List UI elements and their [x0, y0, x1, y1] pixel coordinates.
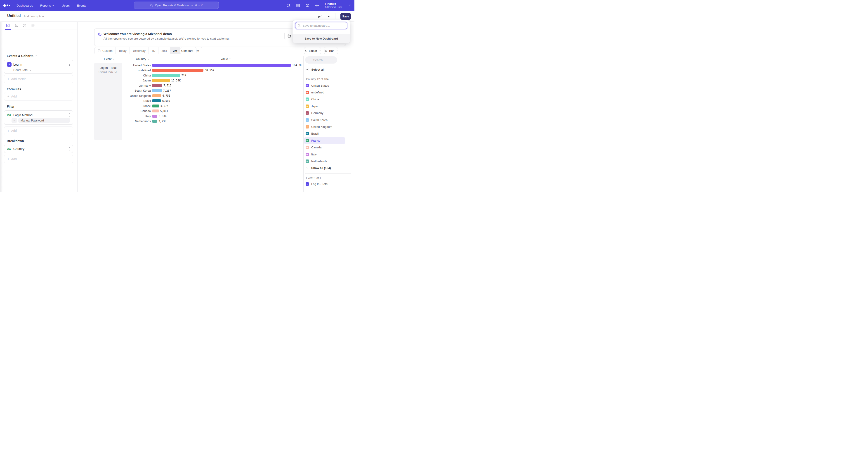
help-icon[interactable]: [305, 3, 310, 8]
nav-dashboards[interactable]: Dashboards: [17, 4, 33, 7]
tab-retention[interactable]: [31, 24, 35, 28]
bar[interactable]: [152, 105, 159, 108]
metric-event-name[interactable]: Log In: [13, 63, 22, 66]
chevron-down-icon: [306, 167, 309, 169]
legend-event-item[interactable]: Log In - Total: [306, 182, 328, 186]
bar[interactable]: [152, 115, 157, 118]
save-button[interactable]: Save: [340, 13, 351, 20]
copy-link-button[interactable]: [318, 14, 322, 18]
add-formula-button[interactable]: +Add: [4, 92, 73, 101]
check-icon: [306, 112, 309, 114]
legend-country-item[interactable]: Japan: [304, 103, 345, 110]
legend-country-item[interactable]: United Kingdom: [304, 123, 345, 130]
save-dashboard-search-input[interactable]: [295, 22, 347, 29]
range-custom[interactable]: Custom: [94, 47, 116, 54]
retention-dots-icon: [31, 24, 35, 28]
more-actions-button[interactable]: [327, 16, 331, 17]
add-description[interactable]: + Add description...: [21, 14, 46, 18]
filter-property-name[interactable]: Login Method: [13, 113, 33, 117]
filter-card-login-method[interactable]: Aa Login Method = Manual Password: [4, 110, 73, 125]
plus-icon: +: [7, 77, 9, 81]
range-7d[interactable]: 7D: [149, 47, 159, 54]
nav-users[interactable]: Users: [62, 4, 70, 7]
bar-category-label: undefined: [94, 68, 151, 72]
chart-type-button[interactable]: Bar: [324, 47, 338, 54]
chart-row: United Kingdom6,755: [94, 93, 303, 98]
legend-country-item[interactable]: Germany: [304, 110, 345, 117]
bar-value-label: 3,738: [158, 120, 166, 123]
bar[interactable]: [152, 74, 180, 77]
bar[interactable]: [152, 99, 161, 102]
breakdown-property-name[interactable]: Country: [13, 147, 24, 151]
add-filter-button[interactable]: +Add: [4, 126, 73, 135]
legend-country-item[interactable]: Canada: [304, 144, 345, 151]
legend-country-label: China: [311, 97, 319, 101]
scale-selector-button[interactable]: Linear: [304, 47, 321, 54]
chevron-down-icon: [348, 4, 351, 6]
breakdown-more-button[interactable]: [69, 147, 70, 150]
project-switcher[interactable]: Finance All Project Data: [325, 2, 342, 9]
filter-more-button[interactable]: [69, 113, 70, 117]
column-header-event[interactable]: Event: [104, 57, 115, 61]
breakdown-card-country[interactable]: Aa Country: [4, 145, 73, 153]
column-header-country[interactable]: Country: [136, 57, 150, 61]
report-title[interactable]: Untitled: [7, 14, 21, 18]
global-search-button[interactable]: Open Reports & Dashboards ⌘ + K: [134, 2, 219, 9]
add-metric-button[interactable]: +Add Metric: [4, 75, 73, 83]
bar-value-label: 6,589: [162, 99, 170, 102]
add-label: Add: [11, 94, 17, 98]
metric-aggregation[interactable]: Count Total: [13, 68, 32, 72]
select-all-checkbox[interactable]: Select all: [306, 68, 324, 71]
legend-country-item[interactable]: France: [304, 137, 345, 144]
range-yesterday[interactable]: Yesterday: [130, 47, 149, 54]
tab-flows[interactable]: [23, 24, 27, 28]
legend-country-item[interactable]: Italy: [304, 151, 345, 158]
chevron-down-icon: [229, 58, 231, 60]
chevron-down-icon: [336, 50, 338, 52]
range-3m-selected[interactable]: 3M: [170, 47, 180, 54]
bar[interactable]: [152, 110, 159, 112]
metric-card-login[interactable]: A Log In Count Total: [4, 60, 73, 73]
metric-more-button[interactable]: [69, 63, 70, 66]
legend-country-item[interactable]: Brazil: [304, 130, 345, 137]
range-30d[interactable]: 30D: [158, 47, 170, 54]
checkbox-checked-icon: [306, 125, 309, 128]
bar[interactable]: [152, 94, 161, 97]
checkbox-checked-icon: [306, 118, 309, 122]
mixpanel-logo-icon[interactable]: [3, 4, 11, 7]
bar[interactable]: [152, 120, 157, 123]
compare-button[interactable]: Compare: [180, 47, 196, 54]
apps-grid-icon[interactable]: [296, 3, 300, 8]
legend-search-input[interactable]: [305, 56, 337, 64]
chart-row: France5,274: [94, 104, 303, 109]
legend-country-item[interactable]: undefined: [304, 89, 345, 96]
legend-event-label: Log In - Total: [311, 182, 328, 186]
save-to-new-dashboard-button[interactable]: Save to New Dashboard: [292, 34, 350, 43]
legend-country-item[interactable]: Netherlands: [304, 158, 345, 165]
filter-operator[interactable]: =: [11, 118, 17, 123]
horizontal-bars-icon: [324, 49, 328, 53]
tab-insights[interactable]: [6, 24, 10, 28]
filter-value[interactable]: Manual Password: [18, 118, 70, 123]
range-today[interactable]: Today: [116, 47, 130, 54]
bar-category-label: China: [94, 74, 151, 77]
settings-gear-icon[interactable]: [315, 3, 319, 8]
tab-funnels[interactable]: [14, 24, 18, 28]
bar[interactable]: [152, 79, 170, 82]
bar[interactable]: [152, 84, 162, 87]
column-header-value[interactable]: Value: [221, 57, 231, 61]
events-cohorts-header[interactable]: Events & Cohorts: [7, 54, 37, 58]
add-breakdown-button[interactable]: +Add: [4, 155, 73, 163]
legend-country-label: Japan: [311, 105, 319, 108]
nav-events[interactable]: Events: [77, 4, 86, 7]
legend-country-item[interactable]: United States: [304, 82, 345, 89]
bar[interactable]: [152, 64, 291, 67]
bar[interactable]: [152, 89, 162, 92]
legend-country-item[interactable]: South Korea: [304, 117, 345, 123]
bar[interactable]: [152, 69, 204, 72]
show-all-button[interactable]: Show all (184): [304, 165, 345, 172]
legend-country-item[interactable]: China: [304, 96, 345, 103]
nav-reports[interactable]: Reports: [40, 4, 55, 7]
chart-row: United States104.3K: [94, 63, 303, 68]
data-management-icon[interactable]: [286, 3, 291, 8]
